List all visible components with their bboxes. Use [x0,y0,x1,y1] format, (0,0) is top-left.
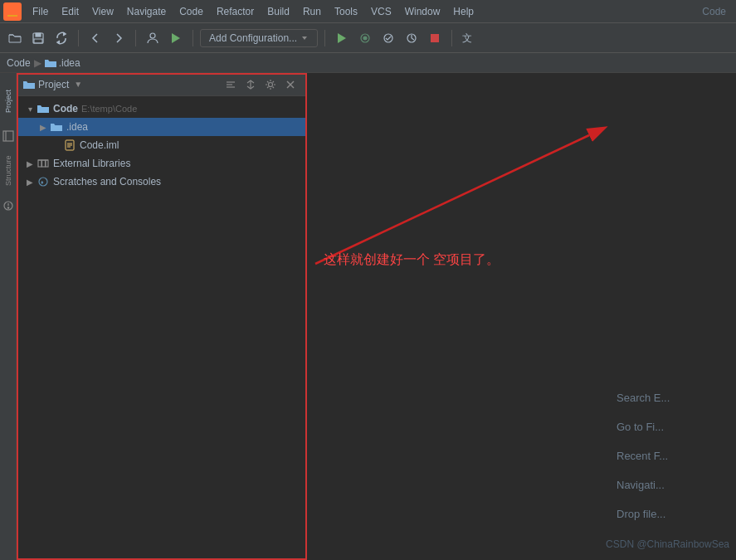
menu-build[interactable]: Build [261,4,295,19]
svg-rect-18 [3,131,13,141]
translate-button[interactable]: 文 [459,28,479,48]
tree-item-iml[interactable]: Code.iml [17,136,305,154]
svg-rect-0 [7,7,12,13]
tree-item-scratches-name: Scratches and Consoles [53,176,161,187]
sync-button[interactable] [51,28,71,48]
separator-2 [135,30,136,46]
project-tree: ▾ Code E:\temp\Code ▶ .idea [17,96,305,560]
tree-item-scratches[interactable]: ▶ ♦ Scratches and Consoles [17,173,305,191]
menu-run[interactable]: Run [297,4,327,19]
menu-navigate[interactable]: Navigate [121,4,172,19]
tree-item-iml-name: Code.iml [80,139,119,151]
svg-line-41 [315,135,589,264]
menu-window[interactable]: Window [399,4,446,19]
gear-action-button[interactable] [262,76,279,93]
svg-rect-4 [36,33,41,37]
sidebar-tab-structure[interactable]: Structure [2,146,15,196]
coverage-button[interactable] [378,28,398,48]
save-button[interactable] [28,28,48,48]
expand-libs-icon[interactable]: ▶ [23,157,37,170]
svg-marker-9 [338,33,346,43]
menu-refactor[interactable]: Refactor [211,4,260,19]
breadcrumb: Code ▶ .idea [0,53,736,73]
open-folder-button[interactable] [5,28,25,48]
menu-file[interactable]: File [27,4,54,19]
watermark: CSDN @ChinaRainbowSea [606,538,729,550]
shortcut-drop-files[interactable]: Drop file... [603,501,736,527]
expand-scratches-icon[interactable]: ▶ [23,175,37,188]
separator-1 [78,30,79,46]
back-button[interactable] [85,28,105,48]
iml-file-icon [63,139,76,152]
align-action-button[interactable] [222,76,239,93]
svg-rect-35 [42,160,46,167]
shortcut-goto-file[interactable]: Go to Fi... [603,414,736,440]
menu-view[interactable]: View [86,4,119,19]
svg-text:文: 文 [462,32,472,44]
sidebar-tab-project[interactable]: Project [2,76,15,126]
menu-tools[interactable]: Tools [329,4,363,19]
svg-point-11 [363,37,367,40]
dropdown-arrow-icon[interactable]: ▼ [74,80,82,89]
annotation-text: 这样就创建好一个 空项目了。 [324,251,500,269]
tree-item-external-libs[interactable]: ▶ External Libraries [17,154,305,173]
shortcuts-panel: Search E... Go to Fi... Recent F... Navi… [603,73,736,560]
svg-rect-16 [431,34,439,42]
close-panel-button[interactable] [282,76,299,93]
svg-point-12 [384,34,392,42]
menu-items: File Edit View Navigate Code Refactor Bu… [27,4,480,19]
menu-edit[interactable]: Edit [56,4,85,19]
run-config-icon[interactable] [166,28,186,48]
expand-idea-icon[interactable]: ▶ [37,120,50,134]
panel-title: Project ▼ [23,79,82,90]
folder-icon [37,102,50,115]
menubar: File Edit View Navigate Code Refactor Bu… [0,0,736,23]
profile-button[interactable] [402,28,422,48]
svg-line-15 [412,38,414,40]
tree-item-idea-name: .idea [66,121,88,133]
app-logo [3,2,22,21]
menu-help[interactable]: Help [447,4,480,19]
shortcut-recent-files[interactable]: Recent F... [603,443,736,469]
svg-rect-5 [34,39,42,43]
shortcut-navigation[interactable]: Navigati... [603,472,736,498]
svg-rect-34 [38,160,41,167]
menu-code[interactable]: Code [173,4,209,19]
tree-item-root-name: Code [53,103,78,114]
tree-item-root-path: E:\temp\Code [81,104,137,114]
separator-4 [324,30,325,46]
add-configuration-button[interactable]: Add Configuration... [200,29,318,47]
menubar-right: Code [702,6,733,17]
stop-button[interactable] [425,28,445,48]
tree-item-idea[interactable]: ▶ .idea [17,118,305,136]
menu-vcs[interactable]: VCS [365,4,397,19]
config-label: Add Configuration... [209,32,297,44]
svg-point-27 [269,82,273,86]
separator-5 [451,30,452,46]
tree-item-root[interactable]: ▾ Code E:\temp\Code [17,100,305,118]
forward-button[interactable] [109,28,129,48]
shortcut-search[interactable]: Search E... [603,385,736,411]
expand-root-icon[interactable]: ▾ [23,102,37,115]
sidebar-icon-1[interactable] [2,129,15,143]
svg-point-22 [7,207,8,208]
panel-header: Project ▼ [17,73,305,96]
content-area: 这样就创建好一个 空项目了。 Search E... Go to Fi... R… [307,73,736,560]
svg-marker-8 [302,37,307,40]
svg-marker-7 [172,33,180,43]
libs-icon [37,157,50,170]
tree-item-libs-name: External Libraries [53,158,130,169]
toolbar: Add Configuration... 文 [0,23,736,53]
user-button[interactable] [143,28,163,48]
breadcrumb-code[interactable]: Code [7,57,31,69]
panel-header-actions [222,76,299,93]
svg-point-6 [150,33,155,38]
app-title-right: Code [702,6,726,17]
center-action-button[interactable] [242,76,259,93]
breadcrumb-folder[interactable]: .idea [45,57,80,69]
sidebar-icon-2[interactable] [2,199,15,212]
debug-button[interactable] [355,28,375,48]
breadcrumb-separator: ▶ [34,57,41,69]
run-button[interactable] [332,28,352,48]
side-tabs: Project Structure [0,73,17,560]
